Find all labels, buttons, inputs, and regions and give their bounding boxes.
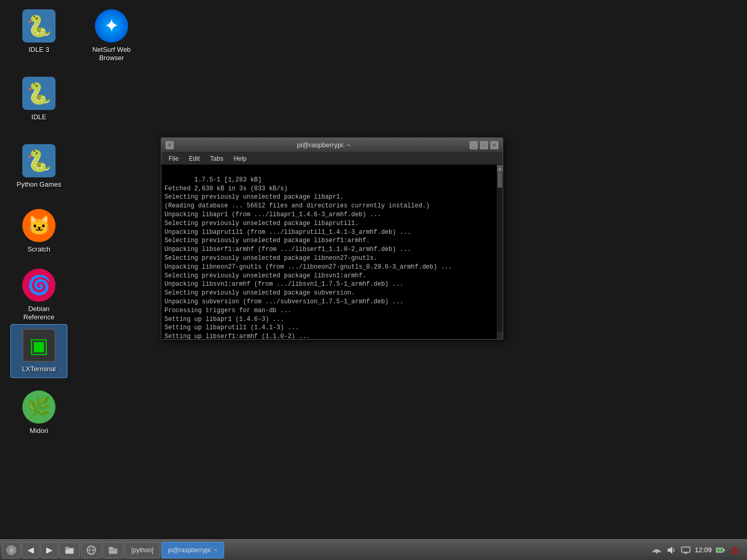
netsurf-label: NetSurf Web Browser <box>87 46 136 62</box>
taskbar-back-button[interactable]: ◀ <box>22 542 39 558</box>
scrollbar-thumb[interactable] <box>497 172 502 188</box>
terminal-window-label: pi@raspberrypi: ~ <box>168 547 217 554</box>
scratch-label: Scratch <box>15 245 63 254</box>
desktop: IDLE 3 NetSurf Web Browser IDLE Python G… <box>0 0 747 539</box>
pygames-label: Python Games <box>15 180 63 189</box>
netsurf-icon <box>95 9 128 43</box>
start-icon: ☰ <box>6 545 17 555</box>
lxterminal-label: LXTerminal <box>15 365 63 373</box>
midori-icon <box>22 390 56 424</box>
taskbar-window-python[interactable]: [python] <box>125 542 160 558</box>
terminal-menu-tabs[interactable]: Tabs <box>205 154 228 163</box>
python-window-label: [python] <box>131 547 154 554</box>
taskbar-power-icon[interactable]: ⏻ <box>729 544 741 556</box>
svg-rect-11 <box>668 549 670 552</box>
terminal-menu-help[interactable]: Help <box>228 154 252 163</box>
terminal-title: pi@raspberrypi: ~ <box>178 141 469 149</box>
terminal-maximize-button[interactable]: □ <box>480 141 488 149</box>
taskbar-start-button[interactable]: ☰ <box>2 542 21 558</box>
lxterminal-icon <box>22 329 56 362</box>
pygames-icon <box>22 144 56 177</box>
taskbar-clock-area: 12:09 ⏻ <box>647 544 745 556</box>
desktop-icon-scratch[interactable]: Scratch <box>10 205 67 258</box>
taskbar-display-icon[interactable] <box>680 544 691 556</box>
terminal-titlebar: ≡ pi@raspberrypi: ~ _ □ ✕ <box>161 138 503 152</box>
terminal-menu-button[interactable]: ≡ <box>165 141 174 149</box>
terminal-menu-file[interactable]: File <box>163 154 184 163</box>
terminal-close-button[interactable]: ✕ <box>490 141 499 149</box>
terminal-content[interactable]: 1.7.5-1 [1,283 kB] Fetched 2,630 kB in 3… <box>161 165 496 339</box>
filemanager-icon <box>108 546 118 554</box>
svg-rect-17 <box>723 549 725 551</box>
terminal-output: 1.7.5-1 [1,283 kB] Fetched 2,630 kB in 3… <box>164 176 452 339</box>
idle-label: IDLE <box>15 113 63 121</box>
terminal-window: ≡ pi@raspberrypi: ~ _ □ ✕ File Edit Tabs… <box>161 137 503 340</box>
taskbar-files-button[interactable] <box>59 542 80 558</box>
taskbar-filemanager-button[interactable] <box>103 542 123 558</box>
taskbar-battery-icon[interactable] <box>715 544 726 556</box>
files-icon <box>65 546 74 554</box>
taskbar-browser-button[interactable] <box>81 542 102 558</box>
terminal-controls: _ □ ✕ <box>469 141 499 149</box>
idle-icon <box>22 77 56 110</box>
taskbar-window-terminal[interactable]: pi@raspberrypi: ~ <box>161 542 224 558</box>
display-icon <box>681 546 690 554</box>
taskbar-forward-button[interactable]: ▶ <box>40 542 58 558</box>
desktop-icon-midori[interactable]: Midori <box>10 386 67 439</box>
debian-label: Debian Reference <box>15 305 63 321</box>
svg-rect-16 <box>717 549 722 552</box>
desktop-icon-idle3[interactable]: IDLE 3 <box>10 5 67 58</box>
terminal-scrollbar[interactable]: ▲ ▼ <box>496 165 503 339</box>
scratch-icon <box>22 209 56 242</box>
browser-icon <box>87 545 96 555</box>
midori-label: Midori <box>15 427 63 435</box>
desktop-icon-idle[interactable]: IDLE <box>10 73 67 125</box>
terminal-body: 1.7.5-1 [1,283 kB] Fetched 2,630 kB in 3… <box>161 165 503 339</box>
terminal-menubar: File Edit Tabs Help <box>161 152 503 165</box>
taskbar-network-icon[interactable] <box>651 544 662 556</box>
svg-point-10 <box>656 552 658 553</box>
network-icon <box>652 546 661 554</box>
taskbar: ☰ ◀ ▶ [python] pi@raspberrypi: ~ <box>0 539 747 560</box>
desktop-icon-debian[interactable]: Debian Reference <box>10 264 67 325</box>
volume-icon <box>667 546 676 554</box>
scrollbar-track[interactable] <box>497 172 503 332</box>
terminal-minimize-button[interactable]: _ <box>469 141 478 149</box>
svg-rect-8 <box>109 547 113 550</box>
idle3-label: IDLE 3 <box>15 46 63 54</box>
desktop-icon-pygames[interactable]: Python Games <box>10 140 67 193</box>
svg-rect-3 <box>65 547 69 549</box>
terminal-menu-edit[interactable]: Edit <box>184 154 205 163</box>
desktop-icon-netsurf[interactable]: NetSurf Web Browser <box>83 5 140 66</box>
battery-icon <box>716 546 725 554</box>
svg-text:☰: ☰ <box>9 548 14 553</box>
scrollbar-up-button[interactable]: ▲ <box>497 165 503 172</box>
svg-rect-12 <box>682 547 690 552</box>
desktop-icon-lxterminal[interactable]: LXTerminal <box>10 324 67 378</box>
taskbar-volume-icon[interactable] <box>666 544 677 556</box>
taskbar-clock: 12:09 <box>695 546 712 554</box>
debian-icon <box>22 269 56 302</box>
idle3-icon <box>22 9 56 43</box>
